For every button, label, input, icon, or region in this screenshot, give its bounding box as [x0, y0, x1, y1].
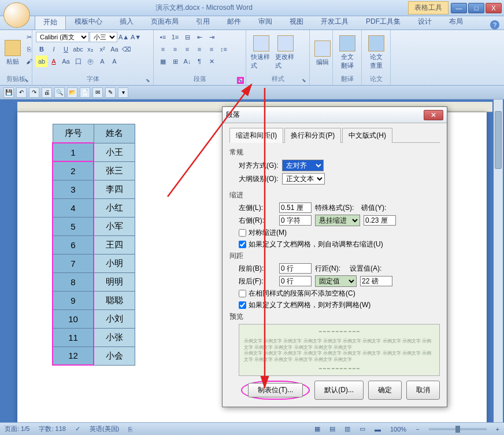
no-space-same-style-check[interactable] — [239, 290, 246, 297]
view-draft[interactable]: ▬ — [375, 426, 381, 433]
cell-seq[interactable]: 2 — [53, 161, 94, 180]
cell-name[interactable]: 小军 — [94, 217, 135, 235]
tab-mailings[interactable]: 邮件 — [218, 14, 250, 30]
document-table[interactable]: 序号 姓名 1小王2张三3李四4小红5小军6王四7小明8明明9聪聪10小刘11小… — [52, 124, 135, 366]
cell-seq[interactable]: 6 — [53, 235, 94, 254]
cell-seq[interactable]: 7 — [53, 254, 94, 272]
status-proof-icon[interactable]: ✓ — [75, 425, 80, 433]
dialog-titlebar[interactable]: 段落 ✕ — [223, 107, 447, 123]
ok-button[interactable]: 确定 — [368, 381, 402, 400]
align-left-button[interactable]: ≡ — [157, 43, 169, 55]
tab-asian-typography[interactable]: 中文版式(H) — [342, 128, 392, 143]
shading-button[interactable]: ▦ — [157, 56, 169, 67]
char-scale-button[interactable]: Aa — [60, 56, 72, 67]
qat-preview[interactable]: 🔍 — [54, 87, 65, 98]
thesis-check-button[interactable]: 论文 查重 — [365, 31, 387, 74]
cell-name[interactable]: 小会 — [94, 346, 135, 365]
auto-adjust-check[interactable] — [239, 241, 246, 248]
status-page[interactable]: 页面: 1/5 — [5, 425, 29, 433]
indent-dec-button[interactable]: ⇤ — [194, 31, 205, 43]
header-seq[interactable]: 序号 — [53, 124, 94, 143]
enclose-button[interactable]: A — [97, 56, 108, 67]
zoom-level[interactable]: 100% — [390, 426, 406, 433]
qat-draw[interactable]: ✎ — [105, 87, 116, 98]
font-color-button[interactable]: A — [48, 56, 60, 67]
tab-table-layout[interactable]: 布局 — [440, 14, 472, 30]
clear-format-button[interactable]: ⌫ — [121, 43, 132, 55]
editing-button[interactable]: 编辑 — [313, 31, 332, 76]
zoom-slider[interactable] — [429, 428, 487, 430]
font-launcher[interactable]: ⬊ — [144, 77, 151, 84]
space-after-input[interactable] — [279, 276, 312, 286]
bullets-button[interactable]: •≡ — [157, 31, 169, 43]
tab-line-page-breaks[interactable]: 换行和分页(P) — [284, 128, 341, 143]
view-print-layout[interactable]: ▦ — [314, 425, 320, 433]
table-row[interactable]: 6王四 — [53, 235, 135, 254]
distribute-button[interactable]: ≡ — [206, 43, 217, 55]
vertical-scrollbar[interactable] — [494, 99, 503, 422]
cell-seq[interactable]: 1 — [53, 143, 94, 161]
qat-mail[interactable]: ✉ — [92, 87, 103, 98]
sort-button[interactable]: A↓ — [181, 56, 193, 67]
tab-view[interactable]: 视图 — [281, 14, 312, 30]
table-row[interactable]: 9聪聪 — [53, 291, 135, 309]
header-name[interactable]: 姓名 — [94, 124, 135, 143]
cell-name[interactable]: 小张 — [94, 328, 135, 346]
table-row[interactable]: 12小会 — [53, 346, 135, 365]
at-value-input[interactable] — [360, 276, 392, 286]
qat-undo[interactable]: ↶ — [16, 87, 27, 98]
cell-name[interactable]: 小王 — [94, 143, 135, 161]
dialog-close-button[interactable]: ✕ — [424, 110, 443, 120]
numbering-button[interactable]: 1≡ — [169, 31, 181, 43]
qat-more[interactable]: ▾ — [118, 87, 128, 98]
table-row[interactable]: 8明明 — [53, 272, 135, 291]
default-button[interactable]: 默认(D)... — [314, 381, 364, 400]
font-name-select[interactable]: Calibri (西文 — [36, 32, 89, 42]
subscript-button[interactable]: x₂ — [84, 43, 96, 55]
borders-button[interactable]: ⊞ — [169, 56, 181, 67]
tab-home[interactable]: 开始 — [35, 14, 66, 30]
strike-button[interactable]: abc — [72, 43, 84, 55]
change-styles-button[interactable]: 更改样式 — [274, 31, 297, 74]
cell-seq[interactable]: 11 — [53, 328, 94, 346]
maximize-button[interactable]: □ — [468, 3, 484, 13]
shrink-font-button[interactable]: A▼ — [130, 31, 142, 43]
table-row[interactable]: 11小张 — [53, 328, 135, 346]
qat-redo[interactable]: ↷ — [29, 87, 39, 98]
qat-new[interactable]: 📄 — [80, 87, 90, 98]
table-row[interactable]: 3李四 — [53, 180, 135, 198]
table-tools-tab[interactable]: 表格工具 — [408, 1, 449, 14]
scroll-thumb[interactable] — [495, 111, 502, 169]
show-marks-button[interactable]: ¶ — [194, 56, 205, 67]
phonetic-button[interactable]: ㊥ — [84, 56, 96, 67]
align-center-button[interactable]: ≡ — [169, 43, 181, 55]
cell-seq[interactable]: 5 — [53, 217, 94, 235]
mirror-indent-check[interactable] — [239, 229, 246, 237]
view-web[interactable]: ▥ — [344, 425, 350, 433]
cell-seq[interactable]: 9 — [53, 291, 94, 309]
tab-references[interactable]: 引用 — [187, 14, 218, 30]
multilevel-button[interactable]: ⊟ — [181, 31, 193, 43]
tab-insert[interactable]: 插入 — [111, 14, 142, 30]
align-right-button[interactable]: ≡ — [181, 43, 193, 55]
alignment-select[interactable]: 左对齐 — [282, 160, 324, 171]
office-button[interactable] — [3, 2, 30, 28]
tab-pdf[interactable]: PDF工具集 — [357, 14, 409, 30]
clipboard-launcher[interactable]: ⬊ — [23, 77, 30, 84]
change-case-button[interactable]: Aa — [109, 43, 120, 55]
quick-styles-button[interactable]: 快速样式 — [250, 31, 273, 74]
cell-name[interactable]: 小刘 — [94, 309, 135, 328]
cell-seq[interactable]: 3 — [53, 180, 94, 198]
close-button[interactable]: X — [486, 3, 502, 13]
cell-name[interactable]: 聪聪 — [94, 291, 135, 309]
qat-save[interactable]: 💾 — [3, 87, 14, 98]
special-format-select[interactable]: 悬挂缩进 — [315, 215, 360, 226]
help-icon[interactable]: ? — [490, 20, 499, 30]
cell-name[interactable]: 明明 — [94, 272, 135, 291]
tabs-button[interactable]: 制表位(T)... — [248, 383, 303, 397]
bold-button[interactable]: B — [36, 43, 47, 55]
char-border-button[interactable]: 囗 — [72, 56, 84, 67]
table-row[interactable]: 2张三 — [53, 161, 135, 180]
italic-button[interactable]: I — [48, 43, 60, 55]
underline-button[interactable]: U — [60, 43, 72, 55]
